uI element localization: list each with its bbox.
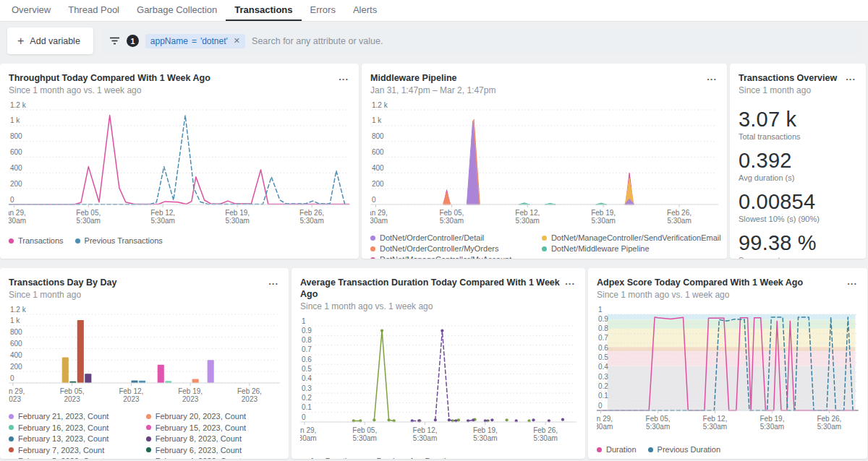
tab-transactions[interactable]: Transactions (226, 0, 301, 21)
panel-menu-button[interactable]: ... (846, 277, 859, 287)
svg-text:1.2 k: 1.2 k (372, 101, 388, 109)
svg-text:0.1: 0.1 (302, 403, 312, 411)
middleware-chart[interactable]: 1.2 k1 k8006004002000Jan 29,5:30amFeb 05… (370, 100, 718, 228)
legend-item[interactable]: February 15, 2023, Count (146, 423, 284, 432)
add-variable-button[interactable]: + Add variable (7, 27, 93, 54)
legend-swatch-icon (597, 447, 602, 452)
panel-middleware: Middleware Pipeline Jan 31, 1:47pm – Mar… (362, 64, 727, 259)
plus-icon: + (17, 35, 24, 48)
filter-chip-appname[interactable]: appName = 'dotnet' ✕ (145, 34, 245, 48)
legend-swatch-icon (146, 459, 151, 460)
legend-swatch-icon (75, 238, 80, 244)
svg-text:Feb 12,5:30am: Feb 12,5:30am (413, 426, 438, 442)
svg-text:0.2: 0.2 (302, 394, 312, 402)
panel-title: Transactions Day By Day (9, 277, 116, 288)
svg-text:800: 800 (10, 132, 22, 140)
chip-remove-icon[interactable]: ✕ (234, 36, 240, 46)
svg-text:1 k: 1 k (372, 116, 382, 124)
legend-item[interactable]: DotNet/Middleware Pipeline (542, 244, 723, 253)
panel-menu-button[interactable]: ... (563, 277, 576, 287)
legend-label: DotNet/Middleware Pipeline (551, 244, 650, 253)
legend-swatch-icon (9, 436, 14, 441)
filter-funnel-icon[interactable] (109, 36, 120, 46)
svg-text:Feb 26,5:30am: Feb 26,5:30am (817, 415, 841, 431)
search-input[interactable] (252, 36, 854, 46)
svg-text:0.6: 0.6 (302, 356, 312, 363)
legend-item[interactable]: Avg Duration (300, 457, 355, 459)
svg-text:Jan 29,5:30am: Jan 29,5:30am (597, 415, 613, 431)
legend-item[interactable]: February 4, 2023, Count (146, 457, 284, 459)
svg-text:0: 0 (302, 413, 306, 421)
svg-text:Feb 12,2023: Feb 12,2023 (119, 387, 143, 403)
legend-item[interactable]: Transactions (9, 236, 64, 245)
legend-label: February 6, 2023, Count (156, 446, 242, 454)
legend-item[interactable]: Previous Avg Duration (367, 457, 455, 459)
panel-subtitle: Since 1 month ago vs. 1 week ago (597, 289, 803, 301)
svg-text:0.8: 0.8 (302, 336, 312, 344)
svg-text:Feb 05,2023: Feb 05,2023 (60, 387, 85, 403)
legend-label: Previous Duration (658, 445, 720, 454)
legend-item[interactable]: February 8, 2023, Count (146, 434, 284, 443)
svg-text:0.4: 0.4 (598, 363, 608, 371)
legend-item[interactable]: February 16, 2023, Count (9, 423, 142, 432)
attribute-search-bar[interactable]: 1 appName = 'dotnet' ✕ (102, 27, 861, 54)
legend-item[interactable]: DotNet/ManageController/MyAccount (370, 255, 537, 259)
svg-text:400: 400 (10, 351, 22, 359)
throughput-legend: TransactionsPrevious Transactions (9, 236, 350, 245)
svg-text:Jan 29,2023: Jan 29,2023 (9, 387, 25, 403)
svg-text:0.7: 0.7 (598, 334, 608, 342)
panel-menu-button[interactable]: ... (844, 72, 857, 82)
panel-title: Average Transaction Duration Today Compa… (300, 277, 563, 300)
stat-label: Success rate (739, 256, 857, 259)
svg-text:200: 200 (10, 363, 22, 371)
svg-text:0: 0 (10, 374, 14, 382)
stat-block: 99.38 %Success rate (739, 231, 857, 259)
svg-text:600: 600 (10, 148, 22, 156)
apdex-chart[interactable]: 10.90.80.70.60.50.40.30.20.10Jan 29,5:30… (597, 305, 859, 434)
legend-item[interactable]: February 20, 2023, Count (146, 412, 284, 421)
stat-label: Total transactions (739, 132, 857, 141)
day-by-day-chart[interactable]: 1.2 k1 k8006004002000Jan 29,2023Feb 05,2… (9, 305, 280, 408)
legend-item[interactable]: February 7, 2023, Count (9, 446, 142, 454)
legend-item[interactable]: February 21, 2023, Count (9, 412, 142, 421)
tab-garbage-collection[interactable]: Garbage Collection (128, 0, 226, 21)
svg-text:0.8: 0.8 (598, 324, 608, 332)
avg-duration-chart[interactable]: 10.90.80.70.60.50.40.30.20.10Jan 29,5:30… (300, 316, 576, 445)
panel-menu-button[interactable]: ... (337, 72, 350, 82)
svg-text:Feb 19,5:30am: Feb 19,5:30am (473, 426, 498, 442)
tab-alerts[interactable]: Alerts (344, 0, 386, 21)
legend-item[interactable]: February 13, 2023, Count (9, 434, 142, 443)
legend-item[interactable]: Previous Transactions (75, 236, 163, 245)
legend-swatch-icon (9, 459, 14, 460)
stat-label: Avg duration (s) (739, 173, 857, 182)
panel-menu-button[interactable]: ... (705, 72, 718, 82)
legend-label: February 13, 2023, Count (18, 434, 109, 443)
svg-text:0.5: 0.5 (598, 353, 608, 361)
svg-text:400: 400 (10, 164, 22, 172)
legend-label: Transactions (18, 236, 64, 245)
legend-item[interactable]: DotNet/OrderController/MyOrders (370, 244, 537, 253)
legend-item[interactable]: DotNet/ManageController/SendVerification… (542, 233, 723, 242)
tab-overview[interactable]: Overview (3, 0, 59, 21)
tab-thread-pool[interactable]: Thread Pool (59, 0, 128, 21)
legend-item[interactable]: February 5, 2023, Count (9, 457, 142, 459)
tab-errors[interactable]: Errors (302, 0, 344, 21)
legend-swatch-icon (370, 236, 375, 241)
panel-subtitle: Since 1 month ago vs. 1 week ago (9, 85, 210, 96)
filter-bar: + Add variable 1 appName = 'dotnet' ✕ (0, 22, 868, 57)
svg-text:Feb 05,5:30am: Feb 05,5:30am (76, 209, 101, 225)
legend-item[interactable]: Previous Duration (648, 445, 720, 454)
panel-menu-button[interactable]: ... (267, 277, 280, 287)
chip-field: appName (150, 36, 188, 46)
panel-title: Throughput Today Compared With 1 Week Ag… (9, 72, 210, 84)
panel-subtitle: Jan 31, 1:47pm – Mar 2, 1:47pm (370, 85, 495, 96)
throughput-chart[interactable]: 1.2 k1 k8006004002000Jan 29,5:30amFeb 05… (9, 100, 350, 228)
svg-text:Feb 12,5:30am: Feb 12,5:30am (703, 415, 728, 431)
legend-item[interactable]: Duration (597, 445, 637, 454)
middleware-legend: DotNet/OrderController/DetailDotNet/Orde… (370, 233, 718, 259)
panel-transactions-overview: Transactions Overview Since 1 month ago … (730, 64, 866, 259)
legend-item[interactable]: DotNet/OrderController/Detail (370, 233, 537, 242)
legend-item[interactable]: February 6, 2023, Count (146, 446, 284, 454)
chip-operator: = (192, 36, 197, 46)
legend-label: February 5, 2023, Count (18, 457, 104, 459)
